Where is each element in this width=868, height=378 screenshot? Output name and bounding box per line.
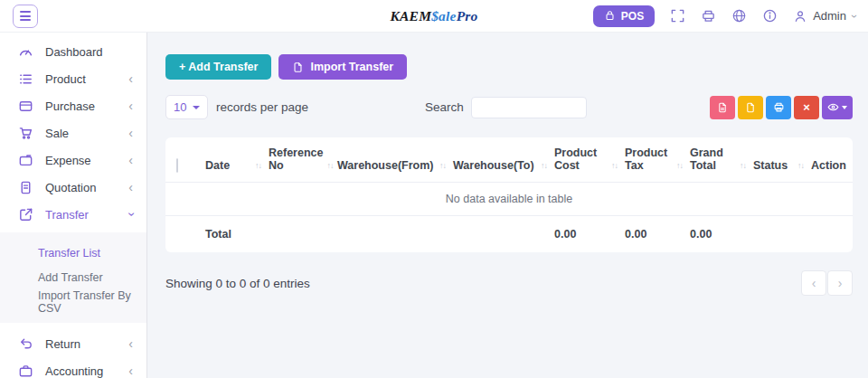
sort-icon[interactable]: ↑↓ — [326, 161, 333, 172]
column-header-status[interactable]: Status↑↓ — [750, 137, 807, 183]
sidebar-item-return[interactable]: Return ‹ — [0, 330, 146, 357]
sidebar-item-transfer[interactable]: Transfer ‹ — [0, 201, 146, 228]
chevron-left-icon: ‹ — [128, 337, 133, 350]
credit-card-icon — [18, 99, 33, 114]
share-export-icon — [18, 207, 33, 222]
column-header-reference-no[interactable]: Reference No↑↓ — [265, 137, 334, 183]
table-footer-row: Showing 0 to 0 of 0 entries ‹ › — [165, 270, 853, 296]
transfer-table: Date↑↓ Reference No↑↓ Warehouse(From)↑↓ … — [165, 137, 853, 252]
submenu-item-add-transfer[interactable]: Add Transfer — [38, 265, 146, 289]
sidebar-item-label: Product — [45, 72, 86, 86]
logo-part-pro: Pro — [457, 8, 478, 24]
sidebar-item-label: Purchase — [45, 99, 95, 113]
records-per-page-label: records per page — [216, 100, 308, 114]
chevron-left-icon: ‹ — [128, 364, 133, 377]
submenu-item-transfer-list[interactable]: Transfer List — [38, 241, 146, 265]
import-transfer-label: Import Transfer — [310, 61, 393, 73]
main-content: + Add Transfer Import Transfer 10 record… — [148, 33, 868, 378]
search-label: Search — [425, 100, 464, 114]
empty-message: No data available in table — [165, 183, 853, 216]
total-row: Total 0.00 0.00 0.00 — [165, 216, 853, 253]
print-button[interactable] — [766, 96, 791, 119]
fullscreen-icon[interactable] — [670, 8, 685, 24]
sidebar-item-accounting[interactable]: Accounting ‹ — [0, 357, 146, 378]
shopping-cart-icon — [18, 126, 33, 141]
submenu-item-import-transfer-csv[interactable]: Import Transfer By CSV — [38, 289, 146, 314]
pagination: ‹ › — [801, 270, 853, 296]
import-transfer-button[interactable]: Import Transfer — [278, 54, 407, 80]
sidebar: Dashboard Product ‹ Purchase ‹ Sale ‹ Ex… — [0, 33, 147, 378]
undo-arrow-icon — [18, 336, 33, 352]
records-per-page-select[interactable]: 10 — [165, 95, 208, 119]
language-globe-icon[interactable] — [731, 8, 747, 24]
sidebar-item-label: Dashboard — [45, 45, 103, 59]
sort-icon[interactable]: ↑↓ — [797, 161, 804, 172]
column-header-action: Action — [807, 137, 853, 183]
eye-icon — [827, 101, 839, 113]
hamburger-icon — [20, 11, 31, 13]
export-excel-button[interactable] — [738, 96, 763, 119]
printer-icon — [773, 101, 785, 113]
search-input[interactable] — [471, 97, 587, 118]
column-header-grand-total[interactable]: Grand Total↑↓ — [686, 137, 750, 183]
info-icon[interactable] — [762, 8, 778, 24]
chevron-left-icon: ‹ — [128, 99, 133, 112]
sidebar-item-expense[interactable]: Expense ‹ — [0, 146, 146, 174]
column-header-date[interactable]: Date↑↓ — [202, 137, 265, 183]
add-transfer-button[interactable]: + Add Transfer — [165, 54, 271, 80]
column-header-product-cost[interactable]: Product Cost↑↓ — [551, 137, 621, 183]
app-logo: KAEM$alePro — [391, 8, 478, 24]
close-button[interactable]: × — [794, 96, 819, 119]
user-icon — [793, 9, 807, 24]
sort-icon[interactable]: ↑↓ — [541, 161, 547, 172]
column-header-warehouse-to[interactable]: Warehouse(To)↑↓ — [449, 137, 551, 183]
sidebar-item-label: Sale — [45, 127, 69, 140]
sidebar-item-dashboard[interactable]: Dashboard — [0, 38, 146, 65]
action-buttons-row: + Add Transfer Import Transfer — [165, 54, 853, 80]
admin-menu[interactable]: Admin ‹ — [793, 9, 855, 24]
column-header-warehouse-from[interactable]: Warehouse(From)↑↓ — [334, 137, 449, 183]
total-product-cost: 0.00 — [551, 216, 621, 253]
sidebar-item-label: Transfer — [45, 208, 89, 222]
sidebar-item-quotation[interactable]: Quotation ‹ — [0, 174, 146, 201]
file-icon — [292, 61, 304, 73]
pos-button[interactable]: POS — [593, 5, 655, 27]
column-header-product-tax[interactable]: Product Tax↑↓ — [621, 137, 686, 183]
excel-file-icon — [745, 102, 756, 113]
close-icon: × — [803, 100, 810, 114]
chevron-down-icon: ‹ — [125, 212, 137, 216]
sidebar-item-product[interactable]: Product ‹ — [0, 65, 146, 92]
records-per-page-value: 10 — [174, 100, 186, 114]
caret-down-icon — [842, 106, 847, 109]
chevron-left-icon: ‹ — [128, 127, 133, 139]
topbar-actions: POS Admin ‹ — [593, 5, 855, 27]
sort-icon[interactable]: ↑↓ — [740, 161, 746, 172]
pos-button-label: POS — [621, 10, 644, 23]
sidebar-item-label: Expense — [45, 154, 91, 167]
sidebar-item-sale[interactable]: Sale ‹ — [0, 119, 146, 146]
transfer-table-card: Date↑↓ Reference No↑↓ Warehouse(From)↑↓ … — [165, 137, 853, 252]
cash-register-icon[interactable] — [701, 8, 716, 24]
total-grand-total: 0.00 — [686, 216, 750, 253]
sidebar-toggle-button[interactable] — [13, 5, 38, 28]
next-page-button[interactable]: › — [827, 270, 853, 296]
logo-part-kaem: KAEM — [391, 8, 432, 24]
pdf-file-icon — [717, 102, 728, 113]
table-controls-row: 10 records per page Search — [165, 95, 853, 119]
chevron-down-icon: ‹ — [848, 14, 859, 18]
logo-part-sale: $ale — [431, 8, 457, 24]
select-all-checkbox[interactable] — [176, 158, 178, 173]
total-label: Total — [202, 216, 265, 253]
column-visibility-button[interactable] — [822, 96, 853, 119]
sort-icon[interactable]: ↑↓ — [255, 161, 261, 172]
sort-icon[interactable]: ↑↓ — [611, 161, 618, 172]
sidebar-item-purchase[interactable]: Purchase ‹ — [0, 92, 146, 119]
export-buttons: × — [710, 96, 853, 119]
topbar: KAEM$alePro POS Admin ‹ — [0, 0, 868, 33]
previous-page-button[interactable]: ‹ — [801, 270, 826, 296]
table-header-row: Date↑↓ Reference No↑↓ Warehouse(From)↑↓ … — [165, 137, 853, 183]
export-pdf-button[interactable] — [710, 96, 735, 119]
document-icon — [18, 180, 33, 195]
sort-icon[interactable]: ↑↓ — [439, 161, 446, 172]
sort-icon[interactable]: ↑↓ — [676, 161, 683, 172]
